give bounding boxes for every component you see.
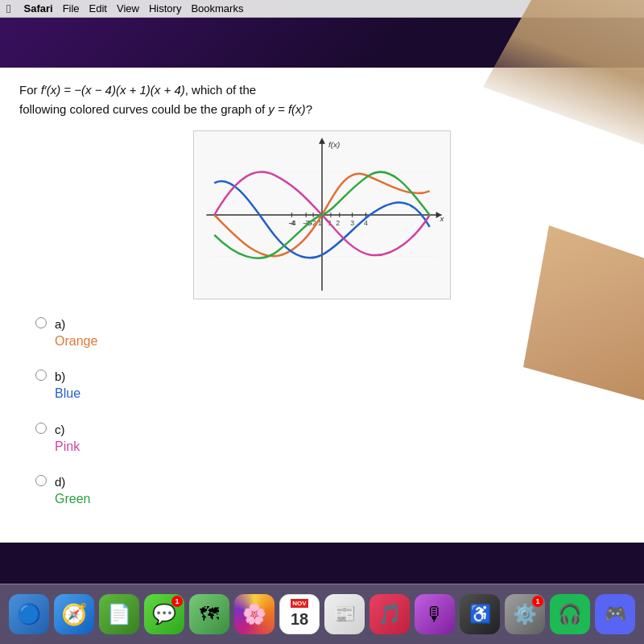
dock-finder[interactable]: 🔵: [9, 594, 49, 634]
discord-icon: 🎮: [605, 604, 626, 625]
calendar-icon: NOV 18: [291, 599, 308, 630]
menubar-safari[interactable]: Safari: [23, 2, 52, 14]
menubar-file[interactable]: File: [63, 2, 80, 14]
menubar-bookmarks[interactable]: Bookmarks: [191, 2, 243, 14]
dock: 🔵 🧭 📄 💬 1 🗺 🌸 NOV 18 📰 🎵 🎙 ♿ ⚙️ 1: [0, 584, 644, 644]
option-b-label: b) Blue: [55, 368, 80, 402]
podcasts-icon: 🎙: [425, 603, 444, 625]
dock-settings[interactable]: ⚙️ 1: [505, 594, 545, 634]
question-text-part1: For: [19, 83, 41, 97]
option-a-color: Orange: [55, 332, 97, 350]
dock-music[interactable]: 🎵: [369, 594, 410, 634]
svg-text:3: 3: [350, 219, 354, 227]
radio-a[interactable]: [35, 317, 47, 328]
menubar-edit[interactable]: Edit: [89, 2, 107, 14]
option-b-letter: b): [55, 369, 65, 383]
dock-news[interactable]: 📰: [324, 594, 365, 634]
question-mark: ?: [306, 102, 312, 116]
finder-icon: 🔵: [17, 603, 41, 625]
graph-container: -4 -3 -4 -3 -2 -1 1 2 3 4 f(x) x: [193, 130, 451, 299]
news-icon: 📰: [334, 604, 356, 625]
option-c-label: c) Pink: [55, 421, 80, 456]
option-a-label: a) Orange: [55, 316, 97, 350]
dock-maps[interactable]: 🗺: [189, 594, 229, 634]
radio-c[interactable]: [35, 423, 47, 434]
accessibility-icon: ♿: [469, 604, 491, 625]
preview-icon: 📄: [107, 603, 131, 625]
option-c-color: Pink: [55, 438, 80, 456]
derivative-expression: f′(x) = −(x − 4)(x + 1)(x + 4): [41, 83, 185, 97]
option-d: d) Green: [35, 473, 609, 508]
spotify-icon: 🎧: [558, 603, 582, 625]
option-b: b) Blue: [35, 368, 609, 402]
option-c: c) Pink: [35, 421, 609, 456]
option-d-label: d) Green: [55, 473, 90, 508]
dock-safari[interactable]: 🧭: [54, 594, 94, 634]
option-a: a) Orange: [35, 316, 609, 350]
messages-icon: 💬: [152, 603, 176, 625]
dock-podcasts[interactable]: 🎙: [415, 594, 455, 634]
dock-accessibility[interactable]: ♿: [460, 594, 500, 634]
option-c-letter: c): [55, 423, 65, 436]
radio-b[interactable]: [35, 369, 47, 381]
music-icon: 🎵: [378, 603, 402, 625]
maps-icon: 🗺: [200, 603, 219, 625]
radio-d[interactable]: [35, 475, 47, 486]
apple-menu[interactable]: : [6, 2, 10, 15]
dock-photos[interactable]: 🌸: [234, 594, 275, 634]
svg-text:-4: -4: [288, 219, 295, 227]
svg-text:2: 2: [336, 219, 340, 227]
option-b-color: Blue: [55, 385, 80, 402]
messages-badge: 1: [171, 596, 183, 607]
y-equals: y = f(x): [268, 102, 305, 116]
safari-icon: 🧭: [61, 602, 87, 627]
question-text-line2: following colored curves could be the gr…: [19, 102, 268, 116]
settings-icon: ⚙️: [513, 603, 537, 625]
photos-icon: 🌸: [242, 603, 266, 625]
settings-badge: 1: [532, 596, 543, 607]
menubar-history[interactable]: History: [149, 2, 181, 14]
menubar-view[interactable]: View: [117, 2, 139, 14]
dock-preview[interactable]: 📄: [99, 594, 139, 634]
dock-messages[interactable]: 💬 1: [144, 594, 184, 634]
question-text-part2: , which of the: [185, 83, 256, 97]
dock-calendar[interactable]: NOV 18: [279, 594, 320, 634]
svg-text:f(x): f(x): [328, 140, 340, 149]
dock-discord[interactable]: 🎮: [595, 594, 635, 634]
option-d-letter: d): [55, 475, 65, 489]
graph-svg: -4 -3 -4 -3 -2 -1 1 2 3 4 f(x) x: [194, 131, 450, 299]
option-a-letter: a): [55, 317, 65, 331]
svg-text:x: x: [440, 214, 445, 223]
dock-spotify[interactable]: 🎧: [550, 594, 590, 634]
option-d-color: Green: [55, 490, 90, 508]
